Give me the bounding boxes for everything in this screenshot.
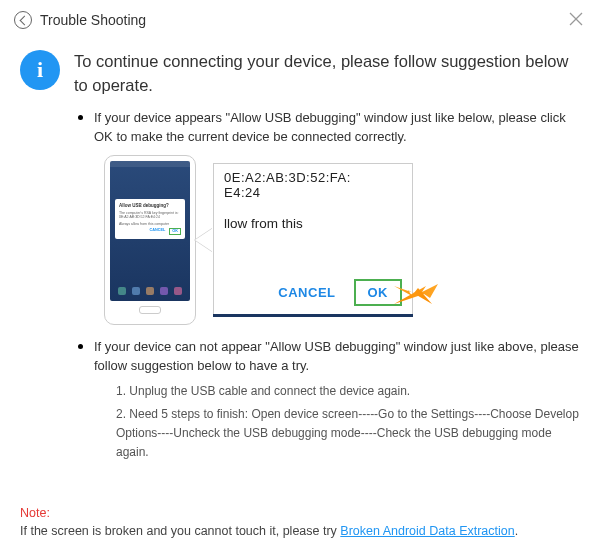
titlebar-left: Trouble Shooting [14, 11, 146, 29]
step-2: 2. Need 5 steps to finish: Open device s… [116, 405, 580, 461]
note-label: Note: [20, 506, 50, 520]
callout-arrow-icon [195, 228, 213, 252]
step-1: 1. Unplug the USB cable and connect the … [116, 382, 580, 401]
phone-dock [115, 284, 185, 298]
info-glyph: i [37, 57, 43, 83]
main: To continue connecting your device, plea… [74, 50, 580, 473]
zoom-actions: CANCEL OK [278, 279, 402, 306]
headline: To continue connecting your device, plea… [74, 50, 580, 98]
note-period: . [515, 524, 518, 538]
phone-ok: OK [169, 228, 181, 235]
zoom-bottom-strip [213, 314, 413, 317]
mac-line-2: E4:24 [224, 185, 402, 200]
zoom-allow-text: llow from this [224, 216, 402, 231]
instruction-list: If your device appears "Allow USB debugg… [74, 108, 580, 461]
broken-android-link[interactable]: Broken Android Data Extraction [340, 524, 514, 538]
phone-cancel: CANCEL [149, 228, 165, 235]
phone-dialog: Allow USB debugging? The computer's RSA … [115, 199, 185, 239]
titlebar: Trouble Shooting [0, 0, 600, 40]
phone-dialog-checkbox: Always allow from this computer [119, 222, 181, 227]
footer-note: Note: If the screen is broken and you ca… [20, 504, 580, 542]
steps: 1. Unplug the USB cable and connect the … [94, 382, 580, 461]
app-icon [14, 11, 32, 29]
zoom-cancel-button: CANCEL [278, 285, 335, 300]
close-button[interactable] [568, 11, 586, 29]
phone-dialog-actions: CANCEL OK [119, 228, 181, 235]
info-icon: i [20, 50, 60, 90]
phone-home-button [139, 306, 161, 314]
bullet-text-1: If your device appears "Allow USB debugg… [94, 108, 580, 147]
phone-mock: Allow USB debugging? The computer's RSA … [104, 155, 196, 325]
illustration: Allow USB debugging? The computer's RSA … [104, 155, 580, 325]
mac-line-1: 0E:A2:AB:3D:52:FA: [224, 170, 402, 185]
bullet-text-2: If your device can not appear "Allow USB… [94, 337, 580, 376]
content: i To continue connecting your device, pl… [0, 40, 600, 473]
close-icon [568, 11, 584, 27]
instruction-item-1: If your device appears "Allow USB debugg… [94, 108, 580, 325]
phone-screen: Allow USB debugging? The computer's RSA … [110, 161, 190, 301]
note-text: If the screen is broken and you cannot t… [20, 524, 340, 538]
pointer-arrow-icon [394, 278, 440, 308]
window-title: Trouble Shooting [40, 12, 146, 28]
phone-dialog-body: The computer's RSA key fingerprint is: 0… [119, 211, 181, 220]
zoom-panel: 0E:A2:AB:3D:52:FA: E4:24 llow from this … [213, 163, 413, 317]
instruction-item-2: If your device can not appear "Allow USB… [94, 337, 580, 461]
phone-statusbar [110, 161, 190, 167]
phone-dialog-title: Allow USB debugging? [119, 203, 181, 209]
